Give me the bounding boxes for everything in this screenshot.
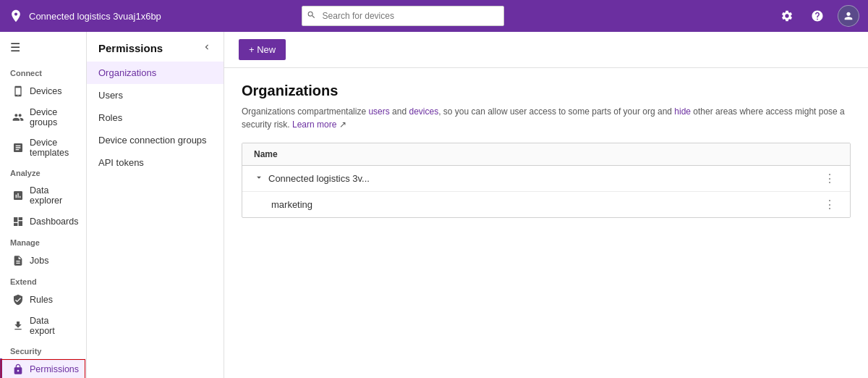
table-header: Name xyxy=(242,143,850,166)
row-name-marketing: marketing xyxy=(271,199,821,210)
topbar: Connected logistics 3vuaj1x6bp xyxy=(0,0,868,32)
dashboards-icon xyxy=(12,216,24,227)
app-name: Connected logistics 3vuaj1x6bp xyxy=(29,11,161,22)
sidebar-label-dashboards: Dashboards xyxy=(30,217,78,227)
sidebar-item-jobs[interactable]: Jobs xyxy=(0,250,86,272)
sidebar-label-jobs: Jobs xyxy=(30,256,48,266)
sidebar-item-data-export[interactable]: Data export xyxy=(0,311,86,341)
permissions-nav-api-tokens-label: API tokens xyxy=(98,157,144,168)
sidebar: ☰ Connect Devices Device groups Device t… xyxy=(0,32,87,378)
user-avatar[interactable] xyxy=(838,5,859,27)
data-export-icon xyxy=(12,320,24,332)
menu-toggle-button[interactable]: ☰ xyxy=(0,32,86,63)
settings-button[interactable] xyxy=(777,6,797,26)
table-row: Connected logistics 3v... ⋮ xyxy=(242,166,850,192)
help-button[interactable] xyxy=(807,6,827,26)
jobs-icon xyxy=(12,255,24,266)
content-toolbar: + New xyxy=(224,32,868,68)
permissions-nav-roles[interactable]: Roles xyxy=(87,106,224,129)
row-name-root: Connected logistics 3v... xyxy=(268,173,821,184)
sidebar-label-data-export: Data export xyxy=(30,316,76,336)
content-area: + New Organizations Organizations compar… xyxy=(224,32,868,378)
description-text: Organizations compartmentalize users and… xyxy=(242,106,845,130)
search-container xyxy=(302,6,504,26)
permissions-nav: Permissions Organizations Users Roles De… xyxy=(87,32,224,378)
section-security-label: Security xyxy=(0,341,86,358)
device-templates-icon xyxy=(12,142,24,154)
permissions-nav-device-connection-groups[interactable]: Device connection groups xyxy=(87,129,224,151)
new-button[interactable]: + New xyxy=(239,39,286,60)
permissions-nav-roles-label: Roles xyxy=(98,112,122,123)
permissions-nav-organizations[interactable]: Organizations xyxy=(87,62,224,84)
collapse-button[interactable] xyxy=(202,42,212,54)
learn-more-link[interactable]: Learn more xyxy=(292,119,336,130)
permissions-nav-api-tokens[interactable]: API tokens xyxy=(87,151,224,174)
section-manage-label: Manage xyxy=(0,232,86,250)
content-body: Organizations Organizations compartmenta… xyxy=(224,68,868,378)
users-link[interactable]: users xyxy=(368,106,389,117)
sidebar-label-device-groups: Device groups xyxy=(30,107,76,127)
permissions-nav-users-label: Users xyxy=(98,90,123,101)
sidebar-item-device-groups[interactable]: Device groups xyxy=(0,102,86,133)
section-extend-label: Extend xyxy=(0,272,86,289)
sidebar-item-permissions[interactable]: Permissions xyxy=(0,358,86,378)
devices-icon xyxy=(12,85,24,97)
sidebar-label-permissions: Permissions xyxy=(30,364,79,374)
data-explorer-icon xyxy=(12,190,24,201)
devices-link[interactable]: devices xyxy=(409,106,438,117)
location-icon xyxy=(9,9,23,23)
permissions-nav-header: Permissions xyxy=(87,32,224,62)
expand-icon[interactable] xyxy=(254,172,264,185)
rules-icon xyxy=(12,294,24,306)
permissions-icon xyxy=(12,364,24,375)
section-connect-label: Connect xyxy=(0,63,86,80)
section-analyze-label: Analyze xyxy=(0,163,86,180)
permissions-nav-organizations-label: Organizations xyxy=(98,67,156,78)
sidebar-item-devices[interactable]: Devices xyxy=(0,80,86,102)
sidebar-label-data-explorer: Data explorer xyxy=(30,185,76,206)
organizations-table: Name Connected logistics 3v... ⋮ marketi… xyxy=(242,143,851,218)
row-more-menu-marketing[interactable]: ⋮ xyxy=(821,198,838,211)
sidebar-item-data-explorer[interactable]: Data explorer xyxy=(0,180,86,211)
sidebar-item-dashboards[interactable]: Dashboards xyxy=(0,211,86,232)
hide-link[interactable]: hide xyxy=(674,106,691,117)
sidebar-label-rules: Rules xyxy=(30,295,53,305)
device-groups-icon xyxy=(12,112,24,123)
page-description: Organizations compartmentalize users and… xyxy=(242,105,851,131)
permissions-nav-users[interactable]: Users xyxy=(87,84,224,106)
main-layout: ☰ Connect Devices Device groups Device t… xyxy=(0,32,868,378)
sidebar-label-devices: Devices xyxy=(30,86,61,96)
app-brand: Connected logistics 3vuaj1x6bp xyxy=(9,9,161,23)
column-name-header: Name xyxy=(254,149,278,159)
page-title: Organizations xyxy=(242,83,851,99)
permissions-nav-device-connection-groups-label: Device connection groups xyxy=(98,135,207,146)
sidebar-label-device-templates: Device templates xyxy=(30,138,76,158)
topbar-actions xyxy=(777,5,859,27)
table-row: marketing ⋮ xyxy=(260,192,850,217)
sidebar-item-device-templates[interactable]: Device templates xyxy=(0,133,86,163)
search-icon xyxy=(307,10,316,22)
search-input[interactable] xyxy=(302,6,504,26)
sidebar-item-rules[interactable]: Rules xyxy=(0,289,86,311)
row-more-menu-root[interactable]: ⋮ xyxy=(821,172,838,185)
permissions-nav-title: Permissions xyxy=(98,42,163,54)
